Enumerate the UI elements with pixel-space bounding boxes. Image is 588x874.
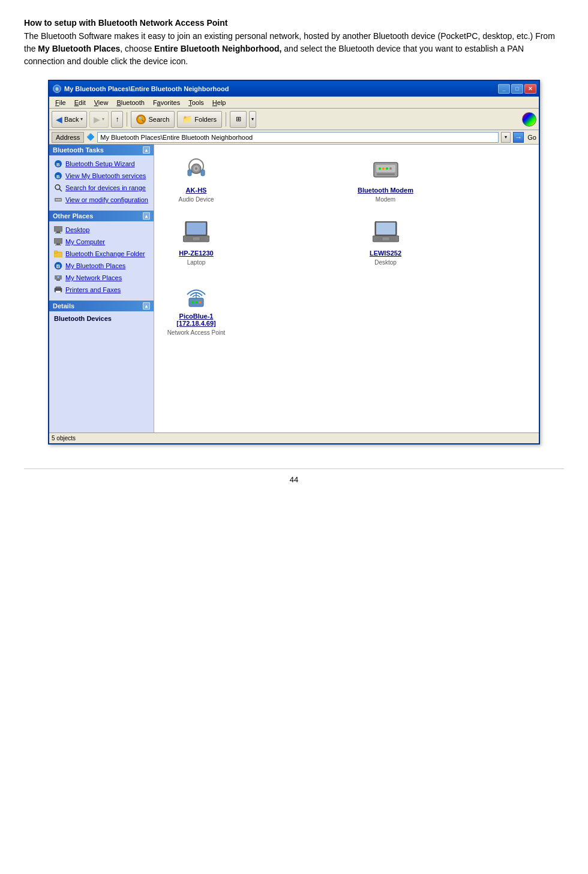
svg-point-6 xyxy=(55,185,60,190)
details-content: Bluetooth Devices xyxy=(49,311,154,326)
views-dropdown-button[interactable]: ▾ xyxy=(249,111,256,128)
sidebar-item-my-computer[interactable]: My Computer xyxy=(49,236,154,248)
svg-point-11 xyxy=(59,199,61,201)
svg-point-40 xyxy=(389,167,392,170)
hp-ze1230-name: HP-ZE1230 xyxy=(179,250,213,257)
bluetooth-tasks-section: Bluetooth Tasks ▲ B Bluetooth Setup Wiza… xyxy=(49,145,154,208)
page-footer: 44 xyxy=(24,468,564,484)
minimize-button[interactable]: _ xyxy=(498,84,510,94)
address-input[interactable]: My Bluetooth Places\Entire Bluetooth Nei… xyxy=(97,132,499,143)
svg-point-56 xyxy=(199,301,201,304)
device-picoblue-1[interactable]: PicoBlue-1 [172.18.4.69] Network Access … xyxy=(160,277,232,341)
search-icon: 🔍 xyxy=(136,115,146,124)
sidebar-item-view-services[interactable]: B View My Bluetooth services xyxy=(49,170,154,182)
svg-rect-12 xyxy=(54,226,62,232)
menu-tools[interactable]: Tools xyxy=(185,98,208,107)
sidebar-item-setup-wizard[interactable]: B Bluetooth Setup Wizard xyxy=(49,158,154,170)
lewis252-name: LEWIS252 xyxy=(370,250,401,257)
maximize-button[interactable]: □ xyxy=(511,84,523,94)
svg-rect-36 xyxy=(377,173,395,175)
address-dropdown-button[interactable]: ▾ xyxy=(501,132,511,143)
sidebar-item-printers-faxes[interactable]: Printers and Faxes xyxy=(49,284,154,296)
view-services-label: View My Bluetooth services xyxy=(65,172,146,179)
other-places-label: Other Places xyxy=(53,212,93,220)
up-button[interactable]: ↑ xyxy=(111,111,123,128)
go-arrow-icon: → xyxy=(515,133,522,142)
svg-rect-48 xyxy=(376,223,395,235)
other-places-collapse[interactable]: ▲ xyxy=(143,212,150,220)
search-button[interactable]: 🔍 Search xyxy=(131,111,175,128)
details-collapse[interactable]: ▲ xyxy=(143,302,150,310)
title-bar-buttons: _ □ ✕ xyxy=(498,84,536,94)
menu-bluetooth[interactable]: Bluetooth xyxy=(113,98,148,107)
desktop-label: Desktop xyxy=(65,226,89,233)
menu-edit[interactable]: Edit xyxy=(71,98,89,107)
go-button[interactable]: → xyxy=(513,132,524,143)
desktop-icon xyxy=(54,226,62,234)
device-lewis252[interactable]: LEWIS252 Desktop xyxy=(350,214,422,271)
svg-text:B: B xyxy=(56,174,60,179)
device-hp-ze1230[interactable]: HP-ZE1230 Laptop xyxy=(160,214,232,271)
back-dropdown-icon: ▾ xyxy=(80,116,83,122)
bluetooth-tasks-header[interactable]: Bluetooth Tasks ▲ xyxy=(49,145,154,155)
svg-point-9 xyxy=(56,199,58,201)
bluetooth-tasks-collapse[interactable]: ▲ xyxy=(143,146,150,154)
bluetooth-services-icon: B xyxy=(54,172,62,180)
views-icon: ⊞ xyxy=(236,115,241,123)
picoblue-1-type: Network Access Point xyxy=(167,329,226,336)
close-button[interactable]: ✕ xyxy=(524,84,536,94)
bt-exchange-folder-icon xyxy=(54,250,62,258)
menu-view[interactable]: View xyxy=(91,98,112,107)
bold-entire-neighborhood: Entire Bluetooth Neighborhood, xyxy=(154,44,281,53)
sidebar-item-desktop[interactable]: Desktop xyxy=(49,224,154,236)
svg-point-33 xyxy=(195,167,197,170)
sidebar-item-network-places[interactable]: My Network Places xyxy=(49,272,154,284)
device-bluetooth-modem[interactable]: Bluetooth Modem Modem xyxy=(350,151,422,208)
my-computer-icon xyxy=(54,238,62,246)
svg-rect-13 xyxy=(56,232,60,233)
address-bar: Address 🔷 My Bluetooth Places\Entire Blu… xyxy=(49,130,539,145)
forward-arrow-icon: ▶ xyxy=(94,115,100,124)
menu-favorites[interactable]: Favorites xyxy=(149,98,184,107)
network-places-icon xyxy=(54,274,62,282)
search-devices-label: Search for devices in range xyxy=(65,184,146,191)
folder-icon: 📁 xyxy=(182,115,192,124)
lewis252-type: Desktop xyxy=(374,259,397,266)
address-icon: 🔷 xyxy=(86,133,95,141)
svg-rect-15 xyxy=(54,238,62,244)
hp-ze1230-icon xyxy=(182,218,211,247)
svg-point-37 xyxy=(379,167,381,170)
search-devices-icon xyxy=(54,184,62,192)
view-config-label: View or modify configuration xyxy=(65,196,148,203)
back-button[interactable]: ◀ Back ▾ xyxy=(52,111,87,128)
menu-help[interactable]: Help xyxy=(209,98,230,107)
ak-hs-name: AK-HS xyxy=(186,187,207,194)
sidebar-item-search-devices[interactable]: Search for devices in range xyxy=(49,182,154,194)
details-header[interactable]: Details ▲ xyxy=(49,301,154,311)
bluetooth-modem-type: Modem xyxy=(376,196,395,203)
toolbar: ◀ Back ▾ ▶ ▾ ↑ 🔍 Search 📁 Folders ⊞ xyxy=(49,109,539,130)
bluetooth-icon: B xyxy=(54,160,62,168)
page-number: 44 xyxy=(290,475,298,484)
network-places-label: My Network Places xyxy=(65,274,122,281)
status-text: 5 objects xyxy=(52,435,76,441)
svg-rect-29 xyxy=(188,170,191,176)
back-label: Back xyxy=(64,116,79,123)
lewis252-icon xyxy=(371,218,400,247)
hp-ze1230-type: Laptop xyxy=(187,259,206,266)
device-ak-hs[interactable]: AK-HS Audio Device xyxy=(160,151,232,208)
sidebar: Bluetooth Tasks ▲ B Bluetooth Setup Wiza… xyxy=(49,145,154,433)
other-places-header[interactable]: Other Places ▲ xyxy=(49,211,154,221)
sidebar-item-view-config[interactable]: View or modify configuration xyxy=(49,194,154,206)
svg-point-54 xyxy=(191,301,194,304)
sidebar-item-bt-places[interactable]: B My Bluetooth Places xyxy=(49,260,154,272)
main-content: Bluetooth Tasks ▲ B Bluetooth Setup Wiza… xyxy=(49,145,539,433)
svg-text:B: B xyxy=(56,162,60,167)
forward-button[interactable]: ▶ ▾ xyxy=(89,111,109,128)
menu-file[interactable]: File xyxy=(52,98,70,107)
search-label: Search xyxy=(148,116,169,123)
sidebar-item-bt-exchange-folder[interactable]: Bluetooth Exchange Folder xyxy=(49,248,154,260)
views-button[interactable]: ⊞ xyxy=(230,111,247,128)
folders-button[interactable]: 📁 Folders xyxy=(177,111,222,128)
up-arrow-icon: ↑ xyxy=(115,115,119,124)
